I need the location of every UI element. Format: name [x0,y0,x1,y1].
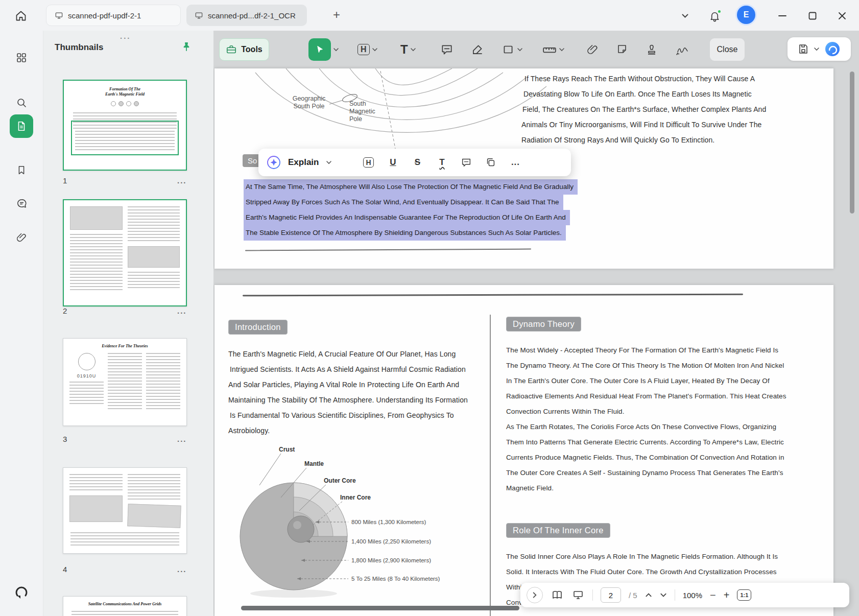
signature-tool[interactable] [675,38,689,61]
page-number-input[interactable] [601,587,621,603]
comments-list-button[interactable] [10,192,33,215]
thumbnails-view-button[interactable] [10,114,33,138]
save-dropdown-chevron-icon[interactable] [814,47,820,51]
inner-core-heading[interactable]: Role Of The Inner Core [506,523,610,538]
sticker-tool[interactable] [616,38,628,61]
horizontal-scrollbar[interactable] [241,606,519,610]
outer-core-label: Outer Core [324,477,356,484]
thumbnail-page-2[interactable] [63,199,187,306]
search-button[interactable] [10,91,33,114]
thumbnail-page-1[interactable]: Formation Of The Earth's Magnetic Field [63,80,187,171]
document-tab-icon [195,12,203,19]
measure-tool[interactable] [542,38,565,61]
selected-text-line[interactable]: Stripped Away By Forces Such As The Sola… [244,195,563,210]
text-tool[interactable]: T [400,38,416,61]
heading-recognition-tool[interactable]: H [357,38,378,61]
bookmarks-button[interactable] [10,158,33,182]
notifications-bell-icon[interactable] [706,7,723,25]
inner-core-label: Inner Core [340,494,371,501]
comment-button[interactable] [458,154,475,171]
window-close-button[interactable] [833,7,851,25]
thumbnail-page-number: 1 [63,176,67,185]
chevron-down-icon[interactable] [410,48,416,52]
app-logo-icon[interactable] [10,581,33,605]
attachments-button[interactable] [10,226,33,249]
underline-button[interactable]: U [384,154,401,171]
attachment-tool[interactable] [586,38,599,61]
thumbnail-page-4[interactable] [63,467,187,554]
thumbnail-menu-button[interactable]: ... [177,306,187,315]
body-text-line: The Most Widely - Accepted Theory For Th… [506,346,778,354]
shape-tool[interactable] [502,38,523,61]
stamp-icon [646,43,658,56]
south-magnetic-pole-label: South Magnetic Pole [349,100,375,123]
strikethrough-button[interactable]: S [409,154,426,171]
selected-text-line[interactable]: At The Same Time, The Atmosphere Will Al… [244,179,578,195]
previous-page-button[interactable] [645,593,652,598]
reader-mode-button[interactable] [551,589,564,601]
selected-text-line[interactable]: The Stable Existence Of The Atmosphere B… [244,225,566,241]
panel-drag-handle[interactable]: ... [120,32,131,40]
measurement-label: 5 To 25 Miles (8 To 40 Kilometers) [351,576,440,582]
body-text-line: The Outer Core Creates A Self - Sustaini… [506,469,783,477]
minimize-button[interactable] [774,7,791,25]
ai-assistant-button[interactable] [824,40,841,58]
thumbnail-page-5[interactable]: Satellite Communications And Power Grids [63,596,187,616]
heading-ocr-button[interactable]: H [360,154,377,171]
cursor-icon [315,44,325,55]
measurement-label: 1,400 Miles (2,250 Kilometers) [351,538,431,544]
body-text-line: Maintaining The Stability Of The Atmosph… [228,396,468,404]
selected-text-line[interactable]: Earth's Magnetic Field Provides An Indis… [244,210,570,225]
scan-artifact [243,294,743,296]
notification-dot [717,9,722,14]
zoom-out-button[interactable]: − [710,590,716,600]
tabs-dropdown-chevron-icon[interactable] [676,7,694,25]
dynamo-theory-heading[interactable]: Dynamo Theory [506,317,581,331]
save-icon[interactable] [797,43,809,55]
maximize-button[interactable] [804,7,821,25]
apps-grid-button[interactable] [10,46,33,69]
thumbnail-menu-button[interactable]: ... [177,176,187,185]
tools-button[interactable]: Tools [219,38,269,61]
account-avatar[interactable]: E [737,6,755,24]
pdf-page-2[interactable]: Introduction The Earth's Magnetic Field,… [214,285,833,616]
actual-size-button[interactable]: 1:1 [737,589,751,601]
thumbnail-menu-button[interactable]: ... [177,435,187,443]
ai-sparkle-icon [267,155,281,170]
squiggly-underline-button[interactable]: T [433,154,450,171]
thumbnail-menu-button[interactable]: ... [177,565,187,574]
expand-bar-button[interactable] [527,587,543,603]
chevron-down-icon[interactable] [559,48,565,52]
body-text-line: Devastating Blow To Life On Earth. Once … [523,90,752,98]
chevron-down-icon[interactable] [372,48,378,52]
column-divider [490,315,491,616]
zoom-in-button[interactable]: + [724,590,730,600]
explain-button[interactable]: Explain [288,157,319,168]
vertical-scrollbar[interactable] [850,72,854,214]
save-and-ai-group [788,37,851,61]
new-tab-button[interactable]: + [333,8,340,21]
pin-panel-icon[interactable] [180,41,193,53]
thumbnail-figure-text: 01910U [69,373,104,378]
sticker-icon [616,43,628,56]
introduction-heading[interactable]: Introduction [228,320,288,335]
chevron-down-icon[interactable] [517,48,523,52]
comment-tool[interactable] [440,38,454,61]
select-tool-dropdown-chevron-icon[interactable] [333,48,339,52]
tab-scanned-pdf-ocr[interactable]: scanned-pd...df-2-1_OCR [186,5,307,26]
tab-scanned-pdf[interactable]: scanned-pdf-updf-2-1 [46,5,181,26]
more-options-button[interactable]: ... [507,154,524,171]
stamp-tool[interactable] [646,38,658,61]
document-tab-icon [55,12,63,19]
thumbnail-page-3[interactable]: Evidence For The Theories 01910U [63,338,187,426]
explain-dropdown-chevron-icon[interactable] [326,160,332,164]
highlighter-tool[interactable] [471,38,484,61]
home-button[interactable] [12,7,30,25]
presentation-mode-button[interactable] [571,589,585,601]
ruler-icon [542,43,557,56]
copy-button[interactable] [482,154,499,171]
select-tool-button[interactable] [308,38,331,61]
zoom-level-label[interactable]: 100% [683,591,702,600]
close-button[interactable]: Close [710,38,745,61]
next-page-button[interactable] [660,593,667,598]
